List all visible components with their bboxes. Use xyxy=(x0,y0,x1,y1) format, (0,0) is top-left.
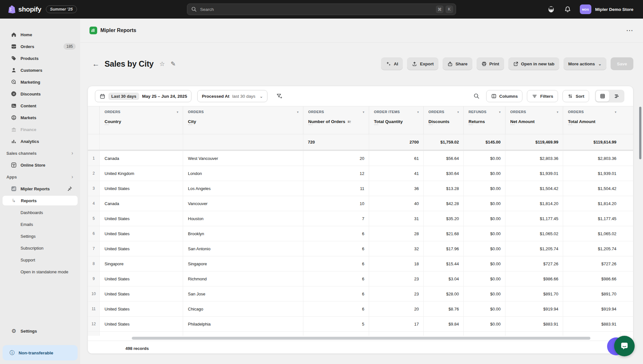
chevron-right-icon: › xyxy=(72,174,73,179)
sidebar-sub-item[interactable]: Dashboards xyxy=(3,208,78,217)
column-menu-chevron-icon[interactable]: ▾ xyxy=(297,110,299,114)
sidebar-sub-item[interactable]: Subscription xyxy=(3,243,78,253)
sidekick-icon[interactable] xyxy=(547,5,555,14)
date-range-picker[interactable]: Last 30 days May 25 – Jun 24, 2025 xyxy=(95,90,191,102)
header-filler xyxy=(621,106,633,134)
table-row: 2 United KingdomLondon1241$30.64$0.00$1,… xyxy=(88,166,633,181)
column-header[interactable]: ORDERS ▾ Country xyxy=(100,106,183,134)
sidebar-item-orders[interactable]: Orders 185 xyxy=(3,42,78,51)
summary-cell xyxy=(100,134,183,150)
column-header[interactable]: REFUNDS ▾ Returns xyxy=(464,106,505,134)
row-number: 10 xyxy=(88,286,100,301)
back-arrow-icon[interactable]: ← xyxy=(92,60,99,68)
marketing-icon xyxy=(11,79,17,85)
sidebar-item-discounts[interactable]: Discounts xyxy=(3,89,78,99)
chat-launcher-button[interactable] xyxy=(614,336,635,356)
favorite-star-icon[interactable]: ☆ xyxy=(159,61,165,67)
export-button[interactable]: Export xyxy=(407,57,438,70)
sort-ascending-icon[interactable]: ≡↑ xyxy=(348,120,351,124)
sidebar-item-mipler-reports[interactable]: Mipler Reports xyxy=(3,184,78,194)
table-footer: 498 records xyxy=(88,341,633,354)
sidebar-item-reports[interactable]: ↳ Reports xyxy=(3,196,78,205)
sidebar-sub-item[interactable]: Support xyxy=(3,255,78,265)
table-search-icon[interactable] xyxy=(473,93,480,99)
table-cell: $0.00 xyxy=(464,256,505,271)
sidebar-sub-item[interactable]: Open in standalone mode xyxy=(3,267,78,277)
table-row: 4 CanadaVancouver1040$42.28$0.00$1,814.2… xyxy=(88,196,633,211)
table-cell: $1,814.20 xyxy=(505,196,563,211)
discounts-icon xyxy=(11,91,17,97)
column-menu-chevron-icon[interactable]: ▾ xyxy=(363,110,364,114)
sidebar-item-analytics[interactable]: Analytics xyxy=(3,136,78,146)
table-cell: West Vancouver xyxy=(183,151,303,166)
apps-header[interactable]: Apps › xyxy=(3,172,78,182)
share-button[interactable]: Share xyxy=(443,57,472,70)
sidebar-sub-item[interactable]: Emails xyxy=(3,219,78,229)
table-cell: 41 xyxy=(369,166,424,181)
table-cell: $1,939.01 xyxy=(505,166,563,181)
orders-icon xyxy=(11,43,17,50)
sparkle-icon xyxy=(386,61,391,67)
column-menu-chevron-icon[interactable]: ▾ xyxy=(177,110,178,114)
sidebar-item-content[interactable]: Content xyxy=(3,101,78,111)
column-menu-chevron-icon[interactable]: ▾ xyxy=(615,110,616,114)
horizontal-scrollbar[interactable] xyxy=(88,336,633,341)
vertical-scrollbar-thumb[interactable] xyxy=(639,107,641,159)
pin-icon[interactable] xyxy=(67,186,72,192)
sidebar-item-settings[interactable]: ⚙ Settings xyxy=(3,326,78,336)
column-header[interactable]: ORDER ITEMS ▾ Total Quantity xyxy=(369,106,424,134)
table-cell: $0.00 xyxy=(464,271,505,286)
column-menu-chevron-icon[interactable]: ▾ xyxy=(417,110,419,114)
column-menu-chevron-icon[interactable]: ▾ xyxy=(457,110,459,114)
sales-channels-header[interactable]: Sales channels › xyxy=(3,148,78,158)
search-placeholder: Search xyxy=(200,7,434,12)
table-cell: $1,177.45 xyxy=(563,211,621,226)
store-menu[interactable]: MDS Mipler Demo Store xyxy=(580,4,633,14)
columns-button[interactable]: Columns xyxy=(486,90,523,102)
column-header[interactable]: ORDERS ▾ City xyxy=(183,106,303,134)
table-cell: Singapore xyxy=(100,256,183,271)
column-header[interactable]: ORDERS ▾ Total Amount xyxy=(563,106,621,134)
non-transferable-banner[interactable]: ⓘ Non-transferable xyxy=(3,345,78,360)
sidebar-item-online-store[interactable]: Online Store xyxy=(3,160,78,170)
shopify-logo[interactable]: shopify xyxy=(7,5,41,14)
table-cell: $0.00 xyxy=(464,196,505,211)
save-button[interactable]: Save xyxy=(611,57,633,70)
table-cell: $891.70 xyxy=(505,286,563,301)
sort-icon xyxy=(567,93,573,99)
more-actions-button[interactable]: More actions ⌄ xyxy=(563,57,606,70)
search-input[interactable]: Search ⌘ K xyxy=(187,4,456,15)
column-header[interactable]: ORDERS ▾ Net Amount xyxy=(505,106,563,134)
table-cell: 5 xyxy=(303,317,369,331)
sidebar-item-customers[interactable]: Customers xyxy=(3,65,78,75)
summary-cell: 2700 xyxy=(369,134,424,150)
table-cell: $2,803.36 xyxy=(563,151,621,166)
app-title: Mipler Reports xyxy=(100,28,626,33)
open-in-new-tab-button[interactable]: Open in new tab xyxy=(508,57,559,70)
processed-at-filter[interactable]: Processed At last 30 days ⌄ xyxy=(197,90,267,102)
sidebar-item-home[interactable]: Home xyxy=(3,30,78,39)
column-header[interactable]: ORDERS ▾ Number of Orders ≡↑ xyxy=(303,106,369,134)
column-menu-chevron-icon[interactable]: ▾ xyxy=(557,110,558,114)
sidebar-sub-item[interactable]: Settings xyxy=(3,231,78,241)
sidebar-item-markets[interactable]: Markets xyxy=(3,113,78,122)
ai-button[interactable]: AI xyxy=(381,57,403,70)
pivot-view-toggle[interactable] xyxy=(610,91,623,102)
notifications-bell-icon[interactable] xyxy=(564,5,571,13)
table-cell: $0.00 xyxy=(464,317,505,331)
edit-pencil-icon[interactable]: ✎ xyxy=(171,61,176,67)
table-cell: 10 xyxy=(303,196,369,211)
sort-button[interactable]: Sort xyxy=(563,90,589,102)
sidebar-item-marketing[interactable]: Marketing xyxy=(3,77,78,87)
column-menu-chevron-icon[interactable]: ▾ xyxy=(499,110,501,114)
sidebar-item-products[interactable]: Products xyxy=(3,54,78,63)
filters-button[interactable]: Filters xyxy=(527,90,558,102)
table-cell: 61 xyxy=(369,151,424,166)
add-filter-funnel-icon[interactable] xyxy=(276,93,283,100)
table-cell: $1,205.74 xyxy=(505,241,563,256)
report-card: Last 30 days May 25 – Jun 24, 2025 Proce… xyxy=(88,86,633,354)
column-header[interactable]: ORDERS ▾ Discounts xyxy=(424,106,464,134)
horizontal-scrollbar-thumb[interactable] xyxy=(132,337,590,340)
print-button[interactable]: Print xyxy=(477,57,504,70)
table-view-toggle[interactable] xyxy=(596,91,609,102)
